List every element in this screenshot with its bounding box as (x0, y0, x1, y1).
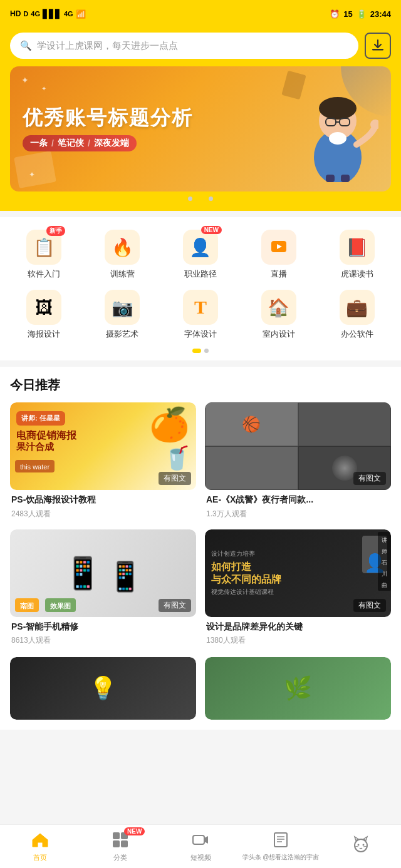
network-icon: D (23, 10, 28, 18)
cat-label-training: 训练营 (110, 268, 135, 280)
cat-icon-reading: 📕 (340, 230, 375, 265)
banner-dot-2[interactable] (196, 197, 205, 201)
cat-icon-training: 🔥 (105, 230, 140, 265)
card-thumb-design-brand: 设计创造力培养 如何打造 与众不同的品牌 视觉传达设计基础课程 👤 讲师石川曲 … (205, 529, 391, 617)
cat-office-software[interactable]: 💼 办公软件 (318, 287, 396, 342)
cat-reading[interactable]: 📕 虎课读书 (318, 227, 396, 282)
banner-subtitle-2: 笔记侠 (58, 138, 84, 149)
cat-label-reading: 虎课读书 (341, 268, 373, 280)
cat-label-office: 办公软件 (341, 329, 373, 340)
nav-home-label: 首页 (33, 853, 47, 862)
recommend-title: 今日推荐 (10, 377, 391, 394)
card-thumb-ps-drink: 🍊 🥤 讲师: 任星星 电商促销海报 果汁合成 this water 有图文 (10, 402, 196, 490)
extra-cards-row: 💡 🌿 (0, 657, 401, 730)
card-info-3: PS-智能手机精修 8613人观看 (10, 617, 196, 648)
nav-shortvideo[interactable]: 短视频 (160, 825, 241, 868)
svg-marker-24 (363, 837, 367, 840)
svg-point-3 (319, 97, 357, 120)
cat-label-photo: 摄影艺术 (106, 329, 138, 340)
banner-dot-3[interactable] (209, 197, 213, 201)
svg-rect-15 (113, 840, 120, 847)
play-icon (270, 238, 288, 256)
download-button[interactable] (365, 33, 391, 59)
banner-subtitle-1: 一条 (30, 138, 48, 149)
banner-dot-1[interactable] (188, 197, 192, 201)
cat-live[interactable]: 直播 (239, 227, 318, 282)
card-info-2: AE-《X战警》夜行者同款... 1.3万人观看 (205, 490, 391, 521)
card-thumb-extra-2: 🌿 (205, 657, 391, 720)
nav-category[interactable]: NEW 分类 (80, 825, 160, 868)
home-icon (31, 831, 49, 851)
svg-point-26 (363, 844, 365, 846)
nav-headlines-label: 学头条 @想看这浩瀚的宇宙 (242, 853, 320, 862)
svg-point-22 (355, 839, 367, 852)
cat-label-career: 职业路径 (184, 268, 217, 280)
hd-label: HD (10, 9, 21, 18)
cat-font-design[interactable]: T 字体设计 (162, 287, 240, 342)
card-title-4: 设计是品牌差异化的关键 (206, 621, 390, 633)
cat-software-intro[interactable]: 📋 新手 软件入门 (5, 227, 83, 282)
svg-rect-17 (193, 835, 204, 844)
svg-rect-9 (326, 175, 335, 182)
cat-label-live: 直播 (271, 268, 287, 280)
cat-dot-1[interactable] (192, 349, 201, 353)
course-card-ps-phone[interactable]: 📱 📱 南图 效果图 有图文 PS-智能手机精修 8613人观看 (10, 529, 196, 648)
nav-home[interactable]: 首页 (0, 825, 80, 868)
cat-badge-new-hand: 新手 (46, 226, 65, 236)
cat-poster-design[interactable]: 🖼 海报设计 (5, 287, 83, 342)
card-views-2: 1.3万人观看 (206, 509, 390, 519)
cat-interior-design[interactable]: 🏠 室内设计 (239, 287, 318, 342)
section-divider (0, 360, 401, 367)
cat-icon-font: T (183, 290, 218, 325)
cat-icon-interior: 🏠 (261, 290, 296, 325)
card-title-2: AE-《X战警》夜行者同款... (206, 494, 390, 506)
card-tag-1: 有图文 (159, 472, 191, 485)
svg-point-8 (329, 132, 346, 145)
banner-character (297, 76, 378, 182)
search-icon: 🔍 (20, 40, 32, 51)
svg-point-25 (358, 844, 360, 846)
banner-section: ✦ ✦ ✦ 优秀账号标题分析 一条 / 笔记侠 / 深夜发端 (0, 66, 401, 211)
svg-marker-23 (355, 837, 358, 840)
status-left: HD D 4G ▋▋▋ 4G 📶 (10, 9, 86, 19)
signal-4g-2: 4G (64, 10, 73, 18)
svg-rect-0 (372, 49, 383, 51)
banner-subtitle: 一条 / 笔记侠 / 深夜发端 (23, 135, 137, 151)
course-card-ps-drink[interactable]: 🍊 🥤 讲师: 任星星 电商促销海报 果汁合成 this water 有图文 (10, 402, 196, 521)
course-card-design-brand[interactable]: 设计创造力培养 如何打造 与众不同的品牌 视觉传达设计基础课程 👤 讲师石川曲 … (205, 529, 391, 648)
wifi-icon: 📶 (76, 9, 86, 19)
nav-category-badge: NEW (124, 827, 145, 835)
banner-image[interactable]: ✦ ✦ ✦ 优秀账号标题分析 一条 / 笔记侠 / 深夜发端 (10, 66, 391, 191)
card-views-3: 8613人观看 (11, 635, 195, 646)
cat-label-software: 软件入门 (28, 268, 60, 280)
cat-icon-office: 💼 (340, 290, 375, 325)
status-right: ⏰ 15 🔋 23:44 (330, 9, 391, 19)
alarm-icon: ⏰ (330, 9, 340, 19)
cat-dot-2[interactable] (204, 349, 209, 353)
svg-rect-13 (113, 832, 120, 839)
extra-card-grid: 💡 🌿 (10, 657, 391, 720)
nav-headlines[interactable]: 学头条 @想看这浩瀚的宇宙 (241, 825, 321, 868)
search-bar[interactable]: 🔍 学设计上虎课网，每天进步一点点 (10, 33, 358, 59)
recommend-section: 今日推荐 🍊 🥤 讲师: 任星星 电商促销海报 果汁合成 (0, 367, 401, 657)
cat-icon-software: 📋 新手 (26, 230, 61, 265)
signal-bars: ▋▋▋ (43, 9, 61, 19)
course-card-extra-2[interactable]: 🌿 (205, 657, 391, 720)
book-icon (272, 831, 289, 851)
cat-career-path[interactable]: 👤 NEW 职业路径 (162, 227, 240, 282)
card-views-4: 1380人观看 (206, 635, 390, 646)
battery-icon: 🔋 (357, 9, 367, 19)
course-card-extra-1[interactable]: 💡 (10, 657, 196, 720)
download-icon (371, 39, 385, 53)
card-views-1: 2483人观看 (11, 509, 195, 519)
cat-training-camp[interactable]: 🔥 训练营 (83, 227, 162, 282)
card-tag-3: 有图文 (159, 599, 191, 612)
nav-profile[interactable] (321, 825, 401, 868)
course-card-ae-x[interactable]: 🏀 有图文 AE-《X战警》夜行者同款... 1.3万人观看 (205, 402, 391, 521)
video-icon (192, 831, 209, 851)
cat-photography[interactable]: 📷 摄影艺术 (83, 287, 162, 342)
nav-shortvideo-label: 短视频 (190, 853, 211, 862)
cat-icon-poster: 🖼 (26, 290, 61, 325)
card-info-1: PS-饮品海报设计教程 2483人观看 (10, 490, 196, 521)
card-info-4: 设计是品牌差异化的关键 1380人观看 (205, 617, 391, 648)
